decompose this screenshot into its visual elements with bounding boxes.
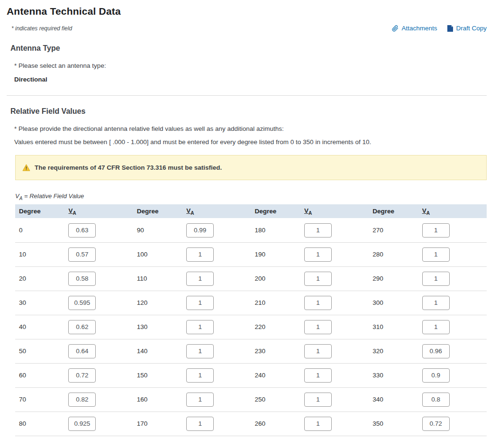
degree-value: 30: [15, 291, 64, 315]
antenna-type-prompt: * Please select an antenna type:: [14, 62, 487, 69]
relative-field-table: Degree VA Degree VA Degree VA Degree VA …: [15, 204, 487, 436]
va-input-300[interactable]: [422, 296, 450, 310]
va-input-270[interactable]: [422, 223, 450, 238]
degree-value: 350: [369, 411, 418, 436]
relative-field-range-note: Values entered must be between [ .000 - …: [14, 138, 487, 146]
degree-value: 60: [15, 363, 64, 387]
draft-copy-link[interactable]: Draft Copy: [447, 25, 487, 32]
va-input-150[interactable]: [186, 368, 214, 383]
antenna-type-value: Directional: [14, 76, 487, 83]
va-cell: [418, 339, 487, 363]
va-input-290[interactable]: [422, 272, 450, 286]
va-input-110[interactable]: [186, 272, 214, 286]
va-cell: [182, 387, 251, 411]
va-input-120[interactable]: [186, 296, 214, 310]
va-input-140[interactable]: [186, 344, 214, 358]
degree-value: 160: [133, 387, 182, 411]
va-input-180[interactable]: [304, 223, 332, 238]
va-input-190[interactable]: [304, 247, 332, 262]
degree-value: 320: [369, 339, 418, 363]
va-input-160[interactable]: [186, 393, 214, 407]
degree-value: 0: [15, 218, 64, 242]
degree-value: 260: [251, 411, 300, 436]
va-cell: [182, 315, 251, 339]
va-input-100[interactable]: [186, 247, 214, 262]
antenna-type-heading: Antenna Type: [10, 44, 487, 53]
va-input-0[interactable]: [68, 223, 96, 238]
degree-value: 200: [251, 266, 300, 291]
degree-value: 80: [15, 411, 64, 436]
va-input-280[interactable]: [422, 247, 450, 262]
relative-field-heading: Relative Field Values: [10, 107, 487, 116]
va-input-260[interactable]: [304, 417, 332, 431]
va-cell: [300, 339, 369, 363]
degree-value: 40: [15, 315, 64, 339]
table-row: 50140230320: [15, 339, 487, 363]
va-input-90[interactable]: [186, 223, 214, 238]
va-cell: [182, 291, 251, 315]
va-input-80[interactable]: [68, 417, 96, 431]
degree-value: 330: [369, 363, 418, 387]
relative-field-table-body: 0901802701010019028020110200290301202103…: [15, 218, 487, 436]
degree-value: 290: [369, 266, 418, 291]
degree-value: 100: [133, 242, 182, 266]
va-cell: [300, 218, 369, 242]
va-cell: [64, 339, 133, 363]
degree-value: 230: [251, 339, 300, 363]
attachments-link[interactable]: Attachments: [392, 25, 437, 32]
va-input-60[interactable]: [68, 368, 96, 383]
va-input-220[interactable]: [304, 320, 332, 334]
table-header-row: Degree VA Degree VA Degree VA Degree VA: [15, 204, 487, 219]
va-input-20[interactable]: [68, 272, 96, 286]
va-input-210[interactable]: [304, 296, 332, 310]
va-input-40[interactable]: [68, 320, 96, 334]
va-input-200[interactable]: [304, 272, 332, 286]
va-input-30[interactable]: [68, 296, 96, 310]
table-row: 40130220310: [15, 315, 487, 339]
va-cell: [300, 242, 369, 266]
va-input-170[interactable]: [186, 417, 214, 431]
degree-value: 310: [369, 315, 418, 339]
va-cell: [300, 315, 369, 339]
va-cell: [300, 266, 369, 291]
degree-value: 250: [251, 387, 300, 411]
va-cell: [418, 266, 487, 291]
va-input-70[interactable]: [68, 393, 96, 407]
va-cell: [300, 291, 369, 315]
degree-value: 130: [133, 315, 182, 339]
section-divider: [7, 95, 487, 96]
degree-value: 190: [251, 242, 300, 266]
va-input-130[interactable]: [186, 320, 214, 334]
va-input-250[interactable]: [304, 393, 332, 407]
degree-value: 150: [133, 363, 182, 387]
va-input-10[interactable]: [68, 247, 96, 262]
va-cell: [418, 387, 487, 411]
degree-value: 90: [133, 218, 182, 242]
degree-header: Degree: [15, 204, 64, 219]
table-row: 60150240330: [15, 363, 487, 387]
va-header: VA: [418, 204, 487, 219]
table-row: 10100190280: [15, 242, 487, 266]
va-input-310[interactable]: [422, 320, 450, 334]
va-cell: [64, 266, 133, 291]
degree-header: Degree: [251, 204, 300, 219]
va-input-50[interactable]: [68, 344, 96, 358]
legend-symbol: VA: [15, 192, 22, 200]
va-cell: [418, 291, 487, 315]
va-input-320[interactable]: [422, 344, 450, 358]
va-input-330[interactable]: [422, 368, 450, 383]
table-row: 70160250340: [15, 387, 487, 411]
top-links: Attachments Draft Copy: [392, 25, 487, 32]
va-input-230[interactable]: [304, 344, 332, 358]
va-cell: [64, 242, 133, 266]
va-input-340[interactable]: [422, 393, 450, 407]
degree-value: 50: [15, 339, 64, 363]
va-cell: [182, 339, 251, 363]
va-input-350[interactable]: [422, 417, 450, 431]
warning-icon: [22, 164, 30, 171]
legend-text: = Relative Field Value: [22, 192, 84, 200]
degree-value: 10: [15, 242, 64, 266]
va-input-240[interactable]: [304, 368, 332, 383]
degree-value: 270: [369, 218, 418, 242]
degree-value: 220: [251, 315, 300, 339]
